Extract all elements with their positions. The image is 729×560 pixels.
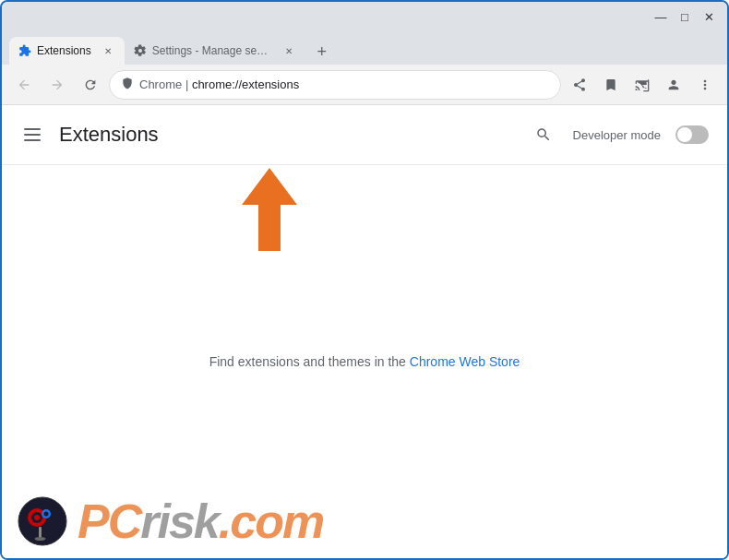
watermark-text: PCrisk.com xyxy=(78,494,323,549)
back-button[interactable] xyxy=(9,70,39,100)
tab-extensions-label: Extensions xyxy=(37,44,91,57)
tab-extensions-close[interactable]: ✕ xyxy=(101,43,115,58)
reload-button[interactable] xyxy=(76,70,105,100)
browser-window: — □ ✕ Extensions ✕ Settings - Manage sea… xyxy=(0,0,729,560)
hamburger-line-3 xyxy=(24,139,41,141)
hamburger-line-1 xyxy=(24,128,41,130)
new-tab-button[interactable]: + xyxy=(309,39,335,65)
page-title: Extensions xyxy=(59,123,159,147)
extensions-header-right: Developer mode xyxy=(529,120,709,149)
minimize-button[interactable]: — xyxy=(650,6,672,28)
chrome-web-store-link[interactable]: Chrome Web Store xyxy=(410,354,520,369)
extensions-header: Extensions Developer mode xyxy=(2,105,727,165)
tab-settings[interactable]: Settings - Manage search engine ✕ xyxy=(125,37,305,65)
find-extensions-text: Find extensions and themes in the Chrome… xyxy=(209,354,520,369)
watermark: PCrisk.com xyxy=(2,484,727,558)
svg-point-9 xyxy=(35,537,46,541)
pcrisk-logo-icon xyxy=(17,495,68,547)
watermark-dotcom: .com xyxy=(219,494,323,548)
settings-favicon-icon xyxy=(134,44,147,57)
extensions-header-left: Extensions xyxy=(20,123,159,147)
maximize-button[interactable]: □ xyxy=(674,6,696,28)
address-text: Chrome | chrome://extensions xyxy=(139,77,549,91)
page-content: Extensions Developer mode Find extension… xyxy=(2,105,727,558)
share-button[interactable] xyxy=(565,70,594,100)
window-controls: — □ ✕ xyxy=(650,6,720,28)
tab-bar: Extensions ✕ Settings - Manage search en… xyxy=(2,31,727,65)
svg-rect-8 xyxy=(39,527,42,538)
find-text-prefix: Find extensions and themes in the xyxy=(209,354,410,369)
address-url: chrome://extensions xyxy=(192,77,299,91)
tab-settings-close[interactable]: ✕ xyxy=(281,43,296,58)
watermark-pc: PC xyxy=(78,494,140,548)
svg-point-7 xyxy=(44,512,49,517)
search-extensions-button[interactable] xyxy=(529,120,558,149)
extensions-favicon-icon xyxy=(18,44,31,57)
close-button[interactable]: ✕ xyxy=(698,6,720,28)
address-site-name: Chrome xyxy=(139,77,182,91)
nav-right-icons xyxy=(565,70,720,100)
tab-extensions[interactable]: Extensions ✕ xyxy=(9,37,125,65)
cast-button[interactable] xyxy=(627,70,657,100)
title-bar: — □ ✕ xyxy=(2,2,727,31)
address-security-icon xyxy=(121,77,134,92)
hamburger-menu-button[interactable] xyxy=(20,125,44,145)
watermark-risk: risk xyxy=(140,494,219,548)
forward-button[interactable] xyxy=(42,70,72,100)
profile-button[interactable] xyxy=(659,70,688,100)
nav-bar: Chrome | chrome://extensions xyxy=(2,65,727,105)
hamburger-line-2 xyxy=(24,134,41,136)
developer-mode-toggle[interactable] xyxy=(675,125,709,144)
svg-point-5 xyxy=(34,515,40,520)
developer-mode-label: Developer mode xyxy=(573,128,661,142)
more-menu-button[interactable] xyxy=(690,70,720,100)
address-separator: | xyxy=(185,77,192,91)
bookmark-button[interactable] xyxy=(596,70,626,100)
address-bar[interactable]: Chrome | chrome://extensions xyxy=(109,70,561,100)
tab-settings-label: Settings - Manage search engine xyxy=(152,44,272,57)
